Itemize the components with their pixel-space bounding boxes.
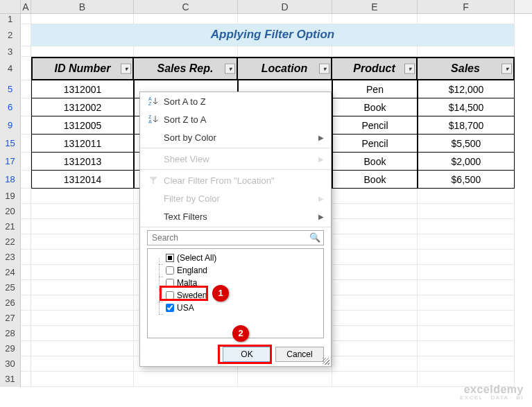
cell-product[interactable]: Book: [332, 98, 418, 116]
col-head-a[interactable]: A: [21, 0, 31, 13]
filter-dropdown-icon[interactable]: ▾: [501, 64, 512, 74]
row-head[interactable]: 24: [0, 265, 21, 280]
table-header-salesrep[interactable]: Sales Rep. ▾: [134, 57, 238, 80]
cell-product[interactable]: Pencil: [332, 135, 418, 153]
chevron-right-icon: ▶: [318, 213, 324, 220]
filter-item-malta[interactable]: Malta: [152, 277, 319, 289]
filter-item-sweden[interactable]: Sweden: [152, 289, 319, 302]
filter-value-list[interactable]: (Select All) England Malta Sweden USA: [147, 248, 324, 338]
checkbox-malta[interactable]: [166, 279, 174, 287]
filter-by-color-item: Filter by Color ▶: [140, 189, 331, 207]
col-head-b[interactable]: B: [31, 0, 134, 13]
cell-product[interactable]: Book: [332, 171, 418, 189]
table-header-product[interactable]: Product ▾: [332, 57, 418, 80]
row-head[interactable]: 30: [0, 356, 21, 372]
empty-row: 31: [0, 372, 532, 387]
chevron-right-icon: ▶: [318, 155, 324, 163]
row-head[interactable]: 19: [0, 189, 21, 204]
sort-za-item[interactable]: ZA Sort Z to A: [140, 110, 331, 128]
row-head[interactable]: 20: [0, 204, 21, 219]
row-head[interactable]: 28: [0, 326, 21, 341]
row-head[interactable]: 21: [0, 219, 21, 234]
cell-sales[interactable]: $14,500: [418, 98, 515, 116]
filter-dropdown-icon[interactable]: ▾: [404, 64, 415, 74]
row-head[interactable]: 3: [0, 46, 21, 57]
row-head[interactable]: 27: [0, 311, 21, 326]
callout-2: 2: [232, 325, 249, 342]
select-all-corner[interactable]: [0, 0, 21, 13]
row-head[interactable]: 22: [0, 234, 21, 250]
table-header-sales[interactable]: Sales ▾: [418, 57, 515, 80]
row-head[interactable]: 23: [0, 250, 21, 265]
col-head-c[interactable]: C: [134, 0, 238, 13]
svg-text:Z: Z: [148, 114, 152, 119]
clear-filter-item: Clear Filter From "Location": [140, 171, 331, 189]
callout-1: 1: [212, 285, 229, 302]
cell-id[interactable]: 1312001: [31, 80, 134, 98]
table-header-location[interactable]: Location ▾: [238, 57, 332, 80]
svg-text:Z: Z: [148, 101, 152, 106]
resize-grip-icon[interactable]: [323, 358, 329, 365]
row-head[interactable]: 25: [0, 280, 21, 295]
text-filters-item[interactable]: Text Filters ▶: [140, 207, 331, 225]
cancel-button[interactable]: Cancel: [275, 347, 324, 362]
cell-id[interactable]: 1312002: [31, 98, 134, 116]
sort-za-icon: ZA: [148, 114, 164, 125]
row-head[interactable]: 5: [0, 80, 21, 98]
filter-item-usa[interactable]: USA: [152, 302, 319, 314]
checkbox-england[interactable]: [166, 266, 174, 275]
filter-search-input[interactable]: [147, 230, 324, 245]
row-head[interactable]: 29: [0, 341, 21, 356]
column-header-row: A B C D E F: [0, 0, 532, 14]
filter-item-select-all[interactable]: (Select All): [152, 252, 319, 264]
filter-dropdown-icon[interactable]: ▾: [225, 64, 235, 74]
cell-id[interactable]: 1312014: [31, 171, 134, 189]
col-head-e[interactable]: E: [332, 0, 418, 13]
col-head-d[interactable]: D: [238, 0, 332, 13]
cell-sales[interactable]: $18,700: [418, 116, 515, 135]
row-head[interactable]: 2: [0, 24, 21, 46]
filter-item-england[interactable]: England: [152, 264, 319, 277]
watermark: exceldemy EXCEL · DATA · BI: [460, 383, 524, 401]
ok-button[interactable]: OK: [223, 347, 271, 362]
row-head[interactable]: 18: [0, 171, 21, 189]
row-head[interactable]: 9: [0, 116, 21, 135]
chevron-right-icon: ▶: [318, 134, 324, 141]
col-head-f[interactable]: F: [418, 0, 515, 13]
cell-product[interactable]: Pencil: [332, 116, 418, 135]
page-title: Applying Filter Option: [31, 24, 515, 46]
row-head[interactable]: 1: [0, 14, 21, 24]
row-head[interactable]: 4: [0, 57, 21, 80]
funnel-clear-icon: [148, 175, 164, 185]
table-header-id[interactable]: ID Number ▾: [31, 57, 134, 80]
cell-id[interactable]: 1312005: [31, 116, 134, 135]
row-head[interactable]: 15: [0, 135, 21, 153]
cell-sales[interactable]: $5,500: [418, 135, 515, 153]
cell-product[interactable]: Book: [332, 153, 418, 171]
cell-product[interactable]: Pen: [332, 80, 418, 98]
checkbox-sweden[interactable]: [166, 291, 174, 300]
row-head[interactable]: 26: [0, 295, 21, 311]
cell-id[interactable]: 1312011: [31, 135, 134, 153]
sort-az-icon: AZ: [148, 96, 164, 107]
filter-dropdown-icon[interactable]: ▾: [121, 64, 131, 74]
sheet-view-item: Sheet View ▶: [140, 150, 331, 168]
cell-sales[interactable]: $6,500: [418, 171, 515, 189]
dialog-button-row: OK Cancel: [140, 343, 331, 366]
cell-sales[interactable]: $2,000: [418, 153, 515, 171]
filter-search-wrap: 🔍: [147, 230, 324, 245]
checkbox-usa[interactable]: [166, 304, 174, 312]
row-head[interactable]: 17: [0, 153, 21, 171]
cell-sales[interactable]: $12,000: [418, 80, 515, 98]
chevron-right-icon: ▶: [318, 195, 324, 202]
row-head[interactable]: 31: [0, 372, 21, 387]
search-icon: 🔍: [309, 232, 320, 243]
filter-dropdown-icon[interactable]: ▾: [319, 64, 329, 74]
sort-by-color-item[interactable]: Sort by Color ▶: [140, 128, 331, 146]
sort-az-item[interactable]: AZ Sort A to Z: [140, 92, 331, 110]
row-head[interactable]: 6: [0, 98, 21, 116]
cell-id[interactable]: 1312013: [31, 153, 134, 171]
autofilter-menu: AZ Sort A to Z ZA Sort Z to A Sort by Co…: [139, 92, 332, 367]
svg-text:A: A: [148, 96, 152, 101]
svg-text:A: A: [148, 119, 152, 124]
